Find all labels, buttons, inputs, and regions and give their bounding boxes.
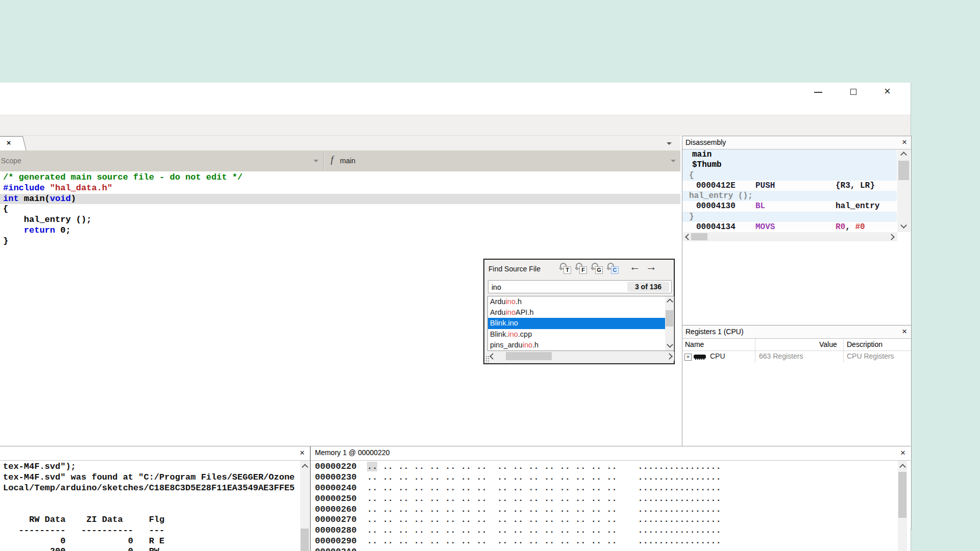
find-filter-f-button[interactable]: F — [575, 262, 587, 276]
disassembly-rows: main$Thumb{0000412EPUSH{R3, LR}hal_entry… — [682, 149, 897, 231]
cpu-chip-icon — [694, 355, 706, 359]
close-icon: × — [884, 84, 891, 98]
memory-close-icon[interactable]: × — [898, 447, 908, 458]
scope-label: Scope — [1, 157, 21, 165]
console-panel: × tex-M4F.svd");tex-M4F.svd" was found a… — [0, 446, 310, 551]
code-line: hal_entry (); — [0, 215, 680, 226]
code-line: } — [0, 236, 680, 247]
match-count-badge: 3 of 136 — [627, 282, 669, 292]
editor-tab-bar: × — [0, 135, 680, 151]
function-icon: f — [331, 155, 333, 165]
memory-panel: Memory 1 @ 00000220 × 00000220 .. .. .. … — [311, 446, 911, 551]
find-list-vscrollbar[interactable] — [665, 296, 674, 350]
close-button[interactable]: × — [877, 83, 900, 103]
tab-list-dropdown-icon[interactable] — [667, 142, 672, 145]
code-lines: /* generated main source file - do not e… — [0, 171, 680, 247]
disassembly-title: Disassembly — [685, 138, 726, 146]
find-dialog-title: Find Source File — [488, 265, 541, 273]
editor-tab[interactable]: × — [0, 136, 27, 151]
registers-header: Name Value Description — [682, 339, 911, 351]
memory-row[interactable]: 00000260 .. .. .. .. .. .. .. .. .. .. .… — [315, 505, 721, 515]
memory-row[interactable]: 00000290 .. .. .. .. .. .. .. .. .. .. .… — [315, 536, 721, 547]
memory-row[interactable]: 00000240 .. .. .. .. .. .. .. .. .. .. .… — [315, 483, 721, 494]
toolbar-separator — [323, 152, 324, 170]
find-next-icon[interactable]: → — [646, 260, 657, 273]
code-line: { — [0, 204, 680, 215]
disassembly-vscrollbar[interactable] — [897, 149, 911, 232]
disassembly-source-row: { — [682, 170, 897, 181]
restore-icon — [850, 89, 856, 95]
memory-row[interactable]: 000002A0 .. .. .. .. .. .. .. .. .. .. .… — [315, 547, 721, 551]
disassembly-panel: Disassembly × main$Thumb{0000412EPUSH{R3… — [682, 136, 912, 326]
code-line: int main(void) — [0, 194, 680, 205]
find-source-file-dialog: Find Source File TFGC ← → 3 of 136 Ardui… — [483, 259, 675, 364]
find-filter-c-button[interactable]: C — [606, 262, 619, 276]
resize-grip[interactable] — [485, 356, 489, 363]
disassembly-hscrollbar[interactable] — [683, 232, 897, 241]
minimize-button[interactable] — [806, 83, 830, 103]
register-value: 663 Registers — [759, 352, 803, 360]
disassembly-title-bar: Disassembly × — [682, 136, 911, 149]
console-lines: tex-M4F.svd");tex-M4F.svd" was found at … — [3, 462, 299, 551]
expand-icon[interactable]: + — [684, 354, 692, 361]
toolbar-strip — [0, 115, 911, 136]
function-dropdown[interactable]: f main — [325, 151, 680, 171]
find-filter-buttons: TFGC — [559, 262, 622, 277]
find-result-item[interactable]: Blink.ino — [488, 318, 674, 329]
memory-header: Memory 1 @ 00000220 × — [311, 446, 911, 461]
find-results-list: Arduino.hArduinoAPI.hBlink.inoBlink.ino.… — [487, 296, 674, 351]
disassembly-label-row: main — [682, 149, 897, 160]
tab-close-icon[interactable]: × — [7, 139, 11, 147]
memory-row[interactable]: 00000220 .. .. .. .. .. .. .. .. .. .. .… — [315, 462, 721, 472]
register-name: CPU — [710, 352, 725, 360]
code-line: /* generated main source file - do not e… — [0, 172, 680, 183]
memory-row[interactable]: 00000250 .. .. .. .. .. .. .. .. .. .. .… — [315, 494, 721, 505]
registers-col-value: Value — [819, 340, 840, 348]
code-line: return 0; — [0, 226, 680, 236]
find-filter-t-button[interactable]: T — [559, 262, 572, 276]
find-result-item[interactable]: Arduino.h — [488, 296, 674, 307]
console-close-icon[interactable]: × — [298, 447, 307, 458]
find-search-field: 3 of 136 — [488, 280, 672, 293]
app-window: × × Scope f main /* ge — [0, 83, 911, 551]
find-filter-g-button[interactable]: G — [591, 262, 603, 276]
disassembly-source-row: } — [682, 212, 897, 222]
memory-row[interactable]: 00000280 .. .. .. .. .. .. .. .. .. .. .… — [315, 525, 721, 536]
console-vscrollbar[interactable] — [300, 461, 309, 551]
disassembly-close-icon[interactable]: × — [900, 137, 909, 147]
console-line — [3, 504, 299, 515]
registers-close-icon[interactable]: × — [900, 326, 909, 336]
function-dropdown-icon — [671, 160, 676, 162]
memory-vscrollbar[interactable] — [898, 461, 907, 551]
find-result-items: Arduino.hArduinoAPI.hBlink.inoBlink.ino.… — [488, 296, 674, 350]
registers-title-bar: Registers 1 (CPU) × — [682, 325, 911, 339]
disassembly-instruction-row[interactable]: 0000412EPUSH{R3, LR} — [682, 181, 897, 191]
memory-row[interactable]: 00000270 .. .. .. .. .. .. .. .. .. .. .… — [315, 515, 721, 525]
console-line: 200 0 RW — [3, 546, 299, 551]
editor-toolbar: Scope f main — [0, 151, 680, 172]
code-line: #include "hal_data.h" — [0, 183, 680, 194]
memory-title: Memory 1 @ 00000220 — [315, 448, 390, 457]
find-result-item[interactable]: Blink.ino.cpp — [488, 329, 674, 340]
desktop: × × Scope f main /* ge — [0, 0, 980, 551]
memory-row[interactable]: 00000230 .. .. .. .. .. .. .. .. .. .. .… — [315, 472, 721, 483]
title-bar: × — [0, 83, 911, 115]
console-line: --------- ---------- --- — [3, 525, 299, 536]
disassembly-instruction-row[interactable]: 00004130BLhal_entry — [682, 201, 897, 211]
find-result-item[interactable]: pins_arduino.h — [488, 340, 674, 350]
console-line: tex-M4F.svd" was found at "C:/Program Fi… — [3, 472, 299, 483]
disassembly-instruction-row[interactable]: 00004134MOVSR0, #0 — [682, 222, 897, 231]
find-prev-icon[interactable]: ← — [629, 260, 641, 273]
find-result-item[interactable]: ArduinoAPI.h — [488, 307, 674, 318]
registers-row-cpu[interactable]: + CPU 663 Registers CPU Registers — [682, 350, 911, 363]
find-search-input[interactable] — [491, 281, 625, 293]
memory-rows: 00000220 .. .. .. .. .. .. .. .. .. .. .… — [315, 462, 721, 551]
restore-button[interactable] — [841, 83, 865, 103]
find-list-hscrollbar[interactable] — [487, 352, 674, 361]
console-line: tex-M4F.svd"); — [3, 462, 299, 472]
console-line: 0 0 R E — [3, 536, 299, 547]
registers-col-name: Name — [685, 340, 704, 348]
scope-dropdown[interactable]: Scope — [0, 151, 323, 171]
function-name: main — [340, 157, 355, 165]
disassembly-source-row: hal_entry (); — [682, 191, 897, 201]
